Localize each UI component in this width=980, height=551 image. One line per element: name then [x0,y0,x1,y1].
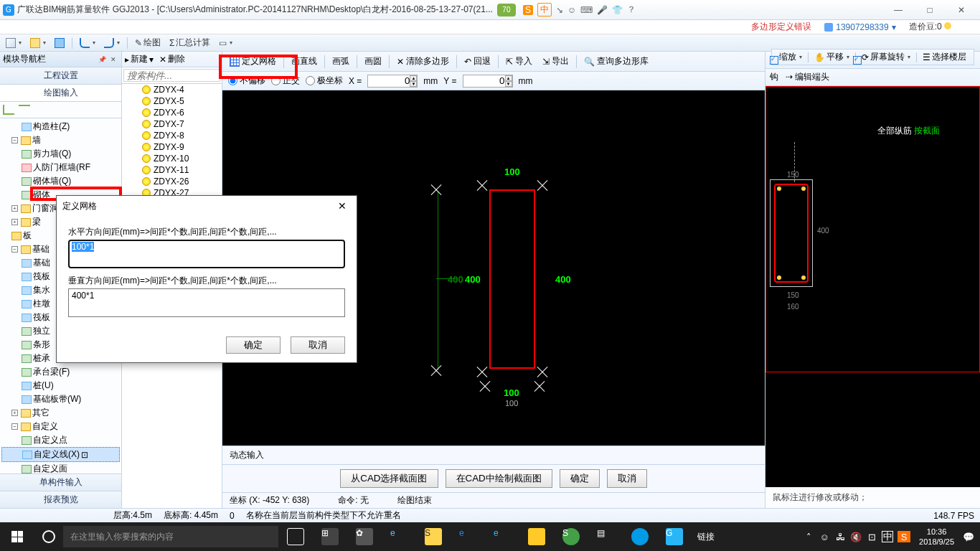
ime-mic-icon[interactable]: 🎤 [597,5,608,15]
pin-icon[interactable]: 📌 [97,55,107,65]
sigma-button[interactable]: Σ 汇总计算 [166,36,213,50]
tree-item[interactable]: 筏板 [33,311,50,324]
save-doc-button[interactable] [52,36,67,50]
nav-foot-report[interactable]: 报表预览 [0,491,121,508]
cortana-button[interactable] [34,530,63,543]
start-button[interactable] [0,522,34,551]
tree-folder[interactable]: 板 [23,230,32,242]
tree-item[interactable]: 人防门框墙(RF [33,161,90,174]
search-input[interactable] [123,69,220,82]
section-canvas[interactable]: 全部纵筋 按截面 150 400 150 160 [765,86,980,487]
x-spin-down[interactable]: ▼ [410,81,417,87]
import-button[interactable]: ⇱ 导入 [501,54,537,70]
nav-foot-single[interactable]: 单构件输入 [0,474,121,491]
tree-item[interactable]: 基础板带(W) [33,393,81,405]
tree-item[interactable]: 自定义点 [33,434,67,446]
minimize-button[interactable]: — [882,1,914,19]
tree-item[interactable]: 独立 [33,325,50,337]
volume-icon[interactable]: 🔇 [850,531,862,542]
maximize-button[interactable]: □ [914,1,946,19]
nav-tab-draw[interactable]: 绘图输入 [0,85,121,102]
rotate-button[interactable]: ⟳ 屏幕旋转 [859,51,913,63]
center-cancel-button[interactable]: 取消 [607,469,647,488]
tree-folder[interactable]: 门窗洞 [32,202,58,215]
v-spacing-input[interactable] [68,288,345,317]
edge-icon[interactable]: e [451,522,485,551]
draw-button[interactable]: ✎ 绘图 [132,36,164,50]
list-new-button[interactable]: ▸ 新建▾ [125,53,154,65]
list-item[interactable]: ZDYX-5 [122,95,222,107]
more-button[interactable]: ▭ [216,36,235,50]
dialog-cancel-button[interactable]: 取消 [291,336,345,354]
app-icon[interactable]: ⊞ [313,522,347,551]
h-spacing-input[interactable] [68,240,345,268]
x-spin-up[interactable]: ▲ [410,75,417,81]
tree-item[interactable]: 基础 [33,257,50,269]
hook-label[interactable]: 钩 [770,71,778,83]
pan-button[interactable]: ✋ 平移 [811,51,852,63]
tree-item[interactable]: 筏板 [33,270,50,283]
tree-item[interactable]: 桩承 [33,352,50,364]
list-item[interactable]: ZDYX-10 [122,153,222,164]
tree-collapse-icon[interactable] [19,105,30,115]
notification-icon[interactable]: 💬 [963,531,974,542]
tree-item[interactable]: 集水 [33,284,50,296]
cad-draw-button[interactable]: 在CAD中绘制截面图 [446,469,552,488]
taskbar-link[interactable]: 链接 [692,531,720,543]
open-doc-button[interactable] [27,36,49,50]
draw-circle-button[interactable]: 画圆 [360,54,386,70]
ime-tray-icon[interactable]: 中 [882,531,893,542]
taskbar-search[interactable]: 在这里输入你要搜索的内容 [63,526,278,547]
account-info[interactable]: 13907298339 ▾ [824,22,895,32]
tree-folder[interactable]: 梁 [32,216,41,228]
sogou-icon[interactable]: S [523,5,533,15]
ime-icon[interactable]: ↘ [556,5,563,15]
ie-icon[interactable]: e [485,522,519,551]
tree-item[interactable]: 自定义面 [33,463,67,474]
tray-icon[interactable]: ☺ [819,531,830,542]
explorer-icon[interactable] [519,522,554,551]
y-spin-up[interactable]: ▲ [505,75,512,81]
ime-lang-icon[interactable]: 中 [537,3,552,17]
list-item[interactable]: ZDYX-7 [122,118,222,130]
close-button[interactable]: ✕ [946,1,977,19]
center-ok-button[interactable]: 确定 [560,469,600,488]
new-doc-button[interactable] [3,36,24,50]
tree-item-selected[interactable]: 自定义线(X) [34,448,80,461]
tree-folder[interactable]: 其它 [32,407,50,419]
app-icon[interactable]: ▤ [588,522,623,551]
query-poly-button[interactable]: 🔍 查询多边形库 [580,54,653,70]
zoom-button[interactable]: 缩放 [776,51,805,63]
tree-item[interactable]: 剪力墙(Q) [33,148,71,160]
panel-close-icon[interactable]: ✕ [108,55,118,65]
tray-icon[interactable]: ⊡ [866,531,877,542]
tree-folder[interactable]: 基础 [32,243,50,255]
network-icon[interactable]: 🖧 [834,531,846,542]
taskbar-clock[interactable]: 10:362018/9/25 [915,527,958,547]
clear-poly-button[interactable]: ✕ 清除多边形 [392,54,453,70]
tree-expand-icon[interactable] [3,105,14,115]
tree-item[interactable]: 砌体墙(Q) [33,175,71,187]
y-spin-down[interactable]: ▼ [505,81,512,87]
redo-button[interactable] [101,36,123,50]
list-item[interactable]: ZDYX-9 [122,141,222,153]
tray-up-icon[interactable]: ˄ [803,531,814,542]
tree-item[interactable]: 条形 [33,339,50,351]
sogou-tray-icon[interactable]: S [897,531,910,542]
ime-emoji-icon[interactable]: ☺ [567,5,576,15]
export-button[interactable]: ⇲ 导出 [538,54,573,70]
task-view-icon[interactable] [278,522,313,551]
back-button[interactable]: ↶ 回退 [460,54,495,70]
floor-select-button[interactable]: ☰ 选择楼层 [920,51,969,63]
app-icon[interactable] [623,522,657,551]
list-item[interactable]: ZDYX-8 [122,130,222,141]
draw-arc-button[interactable]: 画弧 [328,54,354,70]
dialog-close-button[interactable]: ✕ [334,199,351,213]
ime-skin-icon[interactable]: 👕 [612,5,623,15]
radio-polar[interactable]: 极坐标 [306,75,343,87]
list-item[interactable]: ZDYX-6 [122,107,222,118]
edit-end-button[interactable]: ⇢ 编辑端头 [786,71,829,83]
tree-item[interactable]: 承台梁(F) [33,366,70,378]
tree-item[interactable]: 构造柱(Z) [33,121,70,133]
list-delete-button[interactable]: ✕ 删除 [159,53,185,65]
